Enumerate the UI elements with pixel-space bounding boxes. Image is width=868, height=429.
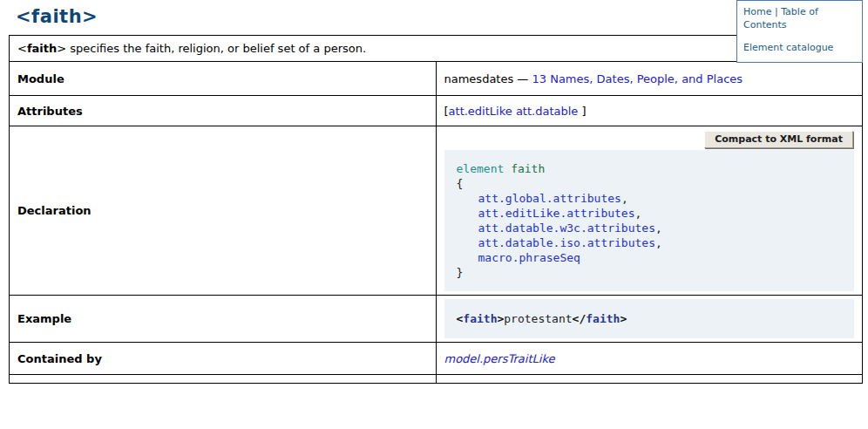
description-tag-open: < <box>17 42 27 55</box>
code-close-brace: } <box>457 266 464 279</box>
declaration-row: Declaration Compact to XML format elemen… <box>10 126 863 296</box>
example-code-block: <faith>protestant</faith> <box>444 299 855 338</box>
element-reference-table: <faith> specifies the faith, religion, o… <box>9 35 863 384</box>
code-line: att.global.attributes, <box>457 191 843 206</box>
code-line: } <box>457 265 843 280</box>
code-line: { <box>457 176 843 191</box>
contained-by-label: Contained by <box>10 343 437 375</box>
example-close-gt: > <box>620 312 627 325</box>
code-comma: , <box>655 236 662 249</box>
declaration-link-att-datable-w3c-attributes[interactable]: att.datable.w3c.attributes <box>478 221 656 235</box>
declaration-link-macro-phraseseq[interactable]: macro.phraseSeq <box>478 251 580 264</box>
example-open-tag-name: faith <box>463 312 497 325</box>
declaration-toolbar: Compact to XML format <box>444 130 855 150</box>
code-line: macro.phraseSeq <box>457 250 843 265</box>
module-row: Module namesdates — 13 Names, Dates, Peo… <box>10 62 863 96</box>
nav-row-home-toc: Home | Table of Contents <box>743 6 856 32</box>
example-close-lt: </ <box>573 312 587 325</box>
page-title: <faith> <box>9 0 863 27</box>
compact-to-xml-button[interactable]: Compact to XML format <box>704 131 853 148</box>
nav-link-element-catalogue[interactable]: Element catalogue <box>743 42 833 53</box>
element-reference-page: <faith> Home | Table of Contents Element… <box>9 0 863 384</box>
attributes-close-bracket: ] <box>581 105 586 118</box>
code-line: att.datable.iso.attributes, <box>457 235 843 250</box>
code-comma: , <box>655 221 662 235</box>
next-row-value-sliver <box>436 375 863 384</box>
code-open-brace: { <box>457 177 464 190</box>
attribute-class-link-editlike[interactable]: att.editLike <box>449 105 512 118</box>
next-row-label-sliver <box>10 375 437 384</box>
code-line: element faith <box>457 161 843 176</box>
module-value-cell: namesdates — 13 Names, Dates, People, an… <box>436 62 863 96</box>
description-element-name: faith <box>27 42 57 55</box>
example-label: Example <box>10 296 437 343</box>
attributes-label: Attributes <box>10 96 437 126</box>
declaration-link-att-datable-iso-attributes[interactable]: att.datable.iso.attributes <box>478 236 656 249</box>
code-line: att.editLike.attributes, <box>457 206 843 221</box>
declaration-label: Declaration <box>10 126 437 296</box>
contained-by-link-model-perstraitlike[interactable]: model.persTraitLike <box>444 352 555 365</box>
code-line: att.datable.w3c.attributes, <box>457 221 843 235</box>
description-tag-close: > <box>57 42 66 55</box>
nav-row-catalogue: Element catalogue <box>743 42 856 55</box>
example-content: protestant <box>504 312 572 325</box>
description-row: <faith> specifies the faith, religion, o… <box>10 36 863 62</box>
nav-separator: | <box>775 6 778 17</box>
code-element-name: faith <box>511 162 545 175</box>
attribute-class-link-datable[interactable]: att.datable <box>516 105 578 118</box>
contained-by-value-cell: model.persTraitLike <box>436 343 863 375</box>
contained-by-row: Contained by model.persTraitLike <box>10 343 863 375</box>
code-keyword-element: element <box>457 162 505 175</box>
declaration-link-att-editlike-attributes[interactable]: att.editLike.attributes <box>478 207 635 220</box>
declaration-code-block: element faith { att.global.attributes, a… <box>444 150 855 291</box>
declaration-value-cell: Compact to XML format element faith { at… <box>436 126 863 296</box>
description-cell: <faith> specifies the faith, religion, o… <box>10 36 863 62</box>
declaration-link-att-global-attributes[interactable]: att.global.attributes <box>478 192 621 205</box>
module-name: namesdates — <box>444 72 532 85</box>
attributes-value-cell: [att.editLike att.datable ] <box>436 96 863 126</box>
module-label: Module <box>10 62 437 96</box>
example-value-cell: <faith>protestant</faith> <box>436 296 863 343</box>
nav-box: Home | Table of Contents Element catalog… <box>736 0 863 63</box>
attributes-row: Attributes [att.editLike att.datable ] <box>10 96 863 126</box>
description-text: specifies the faith, religion, or belief… <box>66 42 366 55</box>
nav-link-home[interactable]: Home <box>743 6 771 17</box>
code-comma: , <box>621 192 628 205</box>
next-row-sliver <box>10 375 863 384</box>
example-row: Example <faith>protestant</faith> <box>10 296 863 343</box>
code-comma: , <box>635 207 642 220</box>
example-close-tag-name: faith <box>586 312 620 325</box>
module-chapter-link[interactable]: 13 Names, Dates, People, and Places <box>532 72 743 85</box>
